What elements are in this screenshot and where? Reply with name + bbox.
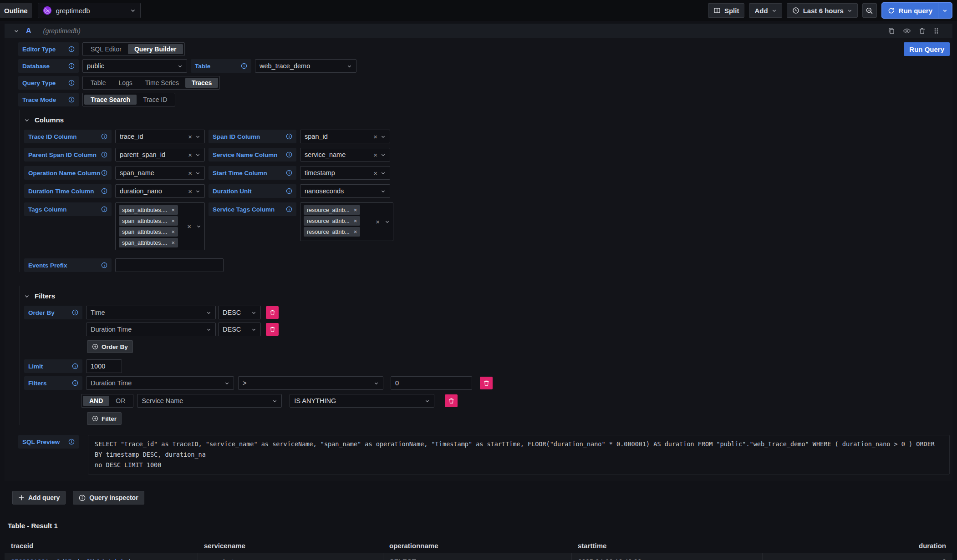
filter-field-select[interactable]: Duration Time — [86, 376, 234, 390]
info-icon[interactable] — [68, 46, 75, 52]
panel-run-query-button[interactable]: Run Query — [904, 42, 950, 56]
split-button[interactable]: Split — [708, 3, 745, 18]
info-icon[interactable] — [68, 439, 75, 445]
column-header-operationname[interactable]: operationname — [383, 539, 571, 553]
remove-chip-icon[interactable]: × — [171, 240, 175, 246]
info-icon[interactable] — [286, 206, 292, 212]
tag-chip[interactable]: span_attributes....× — [119, 238, 178, 247]
info-icon[interactable] — [101, 262, 107, 268]
info-icon[interactable] — [101, 206, 107, 212]
operation-name-column-select[interactable]: span_name × — [115, 166, 205, 180]
time-range-picker[interactable]: Last 6 hours — [787, 3, 858, 18]
collapse-chevron-icon[interactable] — [14, 28, 19, 34]
query-builder-option[interactable]: Query Builder — [128, 44, 183, 54]
tag-chip[interactable]: span_attributes....× — [119, 227, 178, 237]
add-filter-button[interactable]: Filter — [87, 412, 122, 425]
add-button[interactable]: Add — [749, 3, 782, 18]
query-type-table-option[interactable]: Table — [84, 78, 112, 88]
column-header-starttime[interactable]: starttime — [571, 539, 762, 553]
limit-input[interactable]: 1000 — [86, 359, 122, 373]
info-icon[interactable] — [286, 170, 292, 176]
query-inspector-button[interactable]: Query inspector — [73, 491, 144, 505]
remove-order-by-trash-button[interactable] — [266, 306, 279, 319]
info-icon[interactable] — [68, 80, 75, 86]
order-by-direction-select[interactable]: DESC — [218, 306, 261, 319]
span-id-column-select[interactable]: span_id × — [300, 130, 390, 143]
info-icon[interactable] — [101, 170, 107, 176]
filter-field-select[interactable]: Service Name — [137, 394, 282, 408]
info-icon[interactable] — [101, 188, 107, 194]
info-icon[interactable] — [101, 133, 107, 140]
clear-icon[interactable]: × — [188, 133, 192, 140]
clear-icon[interactable]: × — [373, 133, 377, 140]
start-time-column-select[interactable]: timestamp × — [300, 166, 390, 180]
remove-chip-icon[interactable]: × — [171, 229, 175, 235]
remove-query-trash-icon[interactable] — [919, 27, 926, 35]
order-by-direction-select[interactable]: DESC — [218, 323, 261, 336]
info-icon[interactable] — [68, 96, 75, 103]
filter-value-input[interactable]: 0 — [391, 376, 472, 390]
or-option[interactable]: OR — [109, 396, 132, 406]
service-tag-chip[interactable]: resource_attrib...× — [304, 216, 360, 226]
duration-time-column-select[interactable]: duration_nano × — [115, 184, 205, 198]
service-tag-chip[interactable]: resource_attrib...× — [304, 205, 360, 215]
clear-icon[interactable]: × — [373, 170, 377, 177]
remove-chip-icon[interactable]: × — [171, 218, 175, 224]
trace-id-option[interactable]: Trace ID — [137, 95, 173, 105]
remove-chip-icon[interactable]: × — [171, 207, 175, 213]
info-icon[interactable] — [72, 309, 78, 316]
query-type-time-series-option[interactable]: Time Series — [139, 78, 185, 88]
tag-chip[interactable]: span_attributes....× — [119, 216, 178, 226]
clear-icon[interactable]: × — [373, 151, 377, 158]
run-query-button[interactable]: Run query — [882, 3, 938, 18]
query-type-traces-option[interactable]: Traces — [185, 78, 218, 88]
trace-link[interactable]: 3768831301ea0d65adaef8b9da1cbded — [11, 558, 130, 560]
trace-search-option[interactable]: Trace Search — [84, 95, 137, 105]
remove-filter-trash-button[interactable] — [445, 394, 458, 407]
info-icon[interactable] — [101, 151, 107, 158]
datasource-picker[interactable]: greptimedb — [38, 3, 141, 18]
clear-all-icon[interactable]: × — [187, 223, 191, 230]
service-tags-column-multiselect[interactable]: resource_attrib...× resource_attrib...× … — [300, 202, 393, 241]
column-header-traceid[interactable]: traceid — [5, 539, 198, 553]
remove-filter-trash-button[interactable] — [480, 377, 493, 389]
order-by-field-select[interactable]: Time — [86, 306, 216, 319]
add-query-button[interactable]: Add query — [12, 491, 66, 505]
service-name-column-select[interactable]: service_name × — [300, 148, 390, 161]
filter-operator-select[interactable]: IS ANYTHING — [290, 394, 434, 408]
order-by-field-select[interactable]: Duration Time — [86, 323, 216, 336]
info-icon[interactable] — [286, 188, 292, 194]
query-type-logs-option[interactable]: Logs — [112, 78, 138, 88]
info-icon[interactable] — [241, 63, 247, 69]
info-icon[interactable] — [286, 151, 292, 158]
parent-span-id-column-select[interactable]: parent_span_id × — [115, 148, 205, 161]
table-select[interactable]: web_trace_demo — [255, 59, 356, 73]
clear-icon[interactable]: × — [188, 151, 192, 158]
clear-all-icon[interactable]: × — [376, 218, 380, 225]
sql-editor-option[interactable]: SQL Editor — [84, 44, 128, 54]
info-icon[interactable] — [68, 63, 75, 69]
tags-column-multiselect[interactable]: span_attributes....× span_attributes....… — [115, 202, 205, 250]
drag-handle-icon[interactable] — [933, 27, 939, 35]
trace-id-column-select[interactable]: trace_id × — [115, 130, 205, 143]
column-header-duration[interactable]: duration — [762, 539, 952, 553]
tag-chip[interactable]: span_attributes....× — [119, 205, 178, 215]
duplicate-query-icon[interactable] — [888, 27, 895, 35]
database-select[interactable]: public — [82, 59, 187, 73]
info-icon[interactable] — [72, 363, 78, 369]
query-row-header[interactable]: A (greptimedb) — [5, 24, 952, 38]
info-icon[interactable] — [72, 380, 78, 386]
add-order-by-button[interactable]: Order By — [87, 340, 133, 353]
column-header-servicename[interactable]: servicename — [198, 539, 383, 553]
zoom-out-button[interactable] — [862, 3, 877, 18]
duration-unit-select[interactable]: nanoseconds — [300, 184, 390, 198]
filters-section-header[interactable]: Filters — [24, 286, 950, 306]
remove-chip-icon[interactable]: × — [354, 229, 357, 235]
info-icon[interactable] — [286, 133, 292, 140]
clear-icon[interactable]: × — [188, 188, 192, 195]
remove-chip-icon[interactable]: × — [354, 207, 357, 213]
remove-chip-icon[interactable]: × — [354, 218, 357, 224]
and-option[interactable]: AND — [83, 396, 109, 406]
events-prefix-input[interactable] — [115, 258, 224, 272]
service-tag-chip[interactable]: resource_attrib...× — [304, 227, 360, 237]
